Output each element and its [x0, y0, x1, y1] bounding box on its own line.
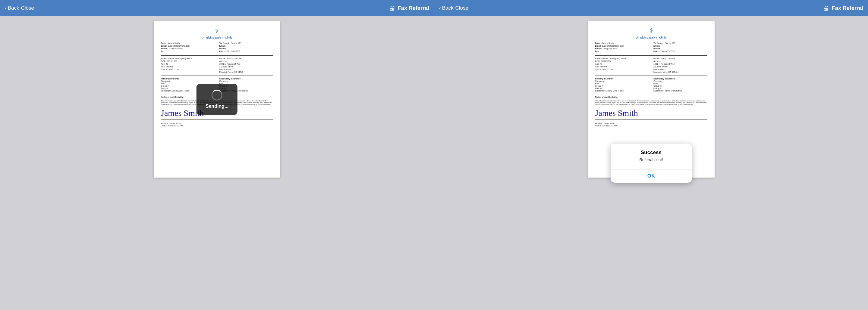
left-patient-section: Patient Name: Jenny (Jen) Harris DOB: 02… [161, 58, 273, 74]
left-spinner [212, 90, 222, 101]
right-patient-section: Patient Name: Jenny (Jen) Harris DOB: 02… [595, 58, 707, 74]
right-fax-header-left: ‹ Back Close [439, 5, 468, 11]
right-panel: Filters Today▾ ↩ 🔍 ＋ 🔍 07/29/2021 Thu (2… [434, 0, 868, 310]
right-doc-to: To: Sample Doctor, MD Email: Phone: Fax:… [653, 42, 707, 53]
right-provider-label: Provider: James Smith [595, 123, 707, 125]
right-insurance-section: Primary Insurance Company: Plan: Group #… [595, 78, 707, 92]
left-modal-overlay: ‹ Back Close 🖨 Fax Referral ⚕ Dr. Nick's… [0, 0, 434, 310]
left-fax-header-left: ‹ Back Close [5, 5, 34, 11]
right-fax-header: ‹ Back Close 🖨 Fax Referral [434, 0, 868, 16]
right-signature: James Smith [595, 108, 707, 119]
right-ok-button[interactable]: OK [611, 169, 692, 183]
right-doc-divider-3 [595, 94, 707, 94]
right-success-subtitle: Referral sent! [615, 158, 687, 162]
right-doc-from: From: James Smith Email: support@drchron… [595, 42, 649, 53]
left-doc-from: From: James Smith Email: support@drchron… [161, 42, 215, 53]
right-primary-insurance: Primary Insurance Company: Plan: Group #… [595, 78, 649, 92]
left-doc-paper: ⚕ Dr. Nick's Walk-In Clinic From: James … [154, 21, 280, 178]
right-fax-title: Fax Referral [832, 5, 863, 11]
right-doc-from-to: From: James Smith Email: support@drchron… [595, 42, 707, 53]
right-patient-right: Phone: (650) 215-6343 Address 1001 N Ren… [653, 58, 707, 74]
left-provider-info: Provider: James Smith Date: 07/29/21 01:… [161, 123, 273, 127]
right-confidentiality-text: The information contained in this fax is… [595, 100, 707, 105]
right-provider-info: Provider: James Smith Date: 07/29/21 01:… [595, 123, 707, 127]
left-fax-header-title: 🖨 Fax Referral [38, 5, 429, 12]
right-date-label: Date: 07/29/21 01:33 PM [595, 125, 707, 127]
left-back-button[interactable]: ‹ Back [5, 5, 19, 11]
left-doc-header: ⚕ Dr. Nick's Walk-In Clinic [161, 27, 273, 39]
left-clinic-name: Dr. Nick's Walk-In Clinic [202, 36, 232, 39]
right-fax-header-title: 🖨 Fax Referral [472, 5, 863, 12]
left-doc-from-to: From: James Smith Email: support@drchron… [161, 42, 273, 53]
left-panel: Filters Today▾ ↩ 🔍 ＋ 🔍 07/29/2021 Thu (2… [0, 0, 434, 310]
right-doc-divider-2 [595, 75, 707, 76]
left-print-icon[interactable]: 🖨 [389, 5, 395, 12]
right-close-button[interactable]: Close [455, 5, 468, 11]
right-back-label: Back [442, 5, 454, 11]
right-clinic-name: Dr. Nick's Walk-In Clinic [636, 36, 667, 39]
left-date-label: Date: 07/29/21 01:33 PM [161, 125, 273, 127]
right-success-content: Success Referral sent! [611, 144, 692, 165]
left-close-button[interactable]: Close [21, 5, 34, 11]
right-caduceus-icon: ⚕ [650, 27, 653, 35]
right-confidentiality-label: Notice of confidentiality: [595, 96, 707, 98]
left-back-label: Back [8, 5, 19, 11]
left-doc-viewer: ⚕ Dr. Nick's Walk-In Clinic From: James … [0, 16, 434, 310]
right-back-chevron: ‹ [439, 5, 441, 11]
left-back-chevron: ‹ [5, 5, 7, 11]
right-success-title: Success [615, 149, 687, 156]
left-provider-label: Provider: James Smith [161, 123, 273, 125]
left-doc-to: To: Sample Doctor, MD Email: Phone: Fax:… [219, 42, 273, 53]
left-sending-overlay: Sending... [196, 84, 238, 115]
right-doc-viewer: ⚕ Dr. Nick's Walk-In Clinic From: James … [434, 16, 868, 310]
left-doc-divider-2 [161, 75, 273, 76]
left-fax-title: Fax Referral [398, 5, 429, 11]
right-modal-overlay: ‹ Back Close 🖨 Fax Referral ⚕ Dr. Nick's… [434, 0, 868, 310]
left-caduceus-icon: ⚕ [215, 27, 219, 35]
left-patient-left: Patient Name: Jenny (Jen) Harris DOB: 02… [161, 58, 215, 74]
right-secondary-insurance: Secondary Insurance Company: Plan: Group… [653, 78, 707, 92]
right-print-icon[interactable]: 🖨 [823, 5, 829, 12]
left-sending-text: Sending... [206, 104, 228, 109]
right-back-button[interactable]: ‹ Back [439, 5, 453, 11]
right-doc-header: ⚕ Dr. Nick's Walk-In Clinic [595, 27, 707, 39]
left-fax-header: ‹ Back Close 🖨 Fax Referral [0, 0, 434, 16]
right-success-dialog: Success Referral sent! OK [611, 144, 692, 183]
right-patient-left: Patient Name: Jenny (Jen) Harris DOB: 02… [595, 58, 649, 74]
left-patient-right: Phone: (650) 215-6343 Address 1001 N Ren… [219, 58, 273, 74]
